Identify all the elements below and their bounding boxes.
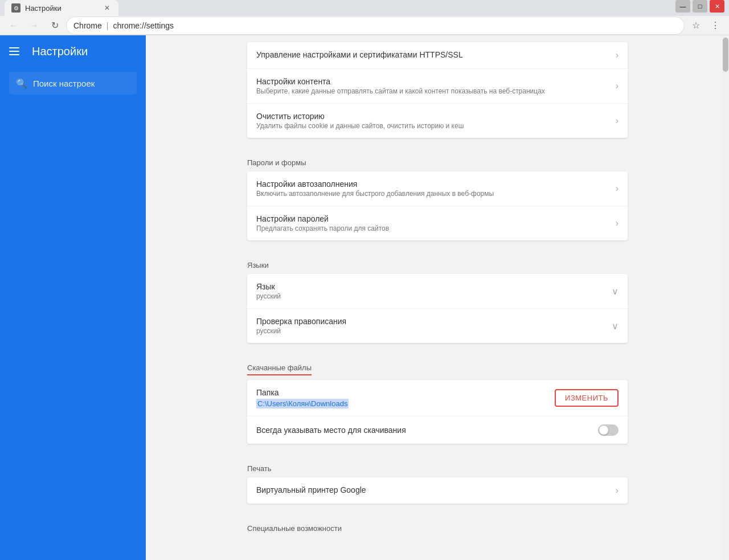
search-icon: 🔍 [16, 78, 27, 89]
hamburger-menu[interactable] [9, 44, 23, 58]
change-folder-button[interactable]: ИЗМЕНИТЬ [555, 389, 619, 407]
browser-toolbar: ← → ↻ Chrome | chrome://settings ☆ ⋮ [0, 16, 729, 35]
content-settings-arrow-icon: › [616, 81, 619, 91]
language-title: Язык [256, 282, 612, 291]
spellcheck-chevron-icon: ∨ [612, 321, 619, 332]
spellcheck-value: русский [256, 327, 612, 335]
address-separator: | [107, 21, 109, 30]
spellcheck-item[interactable]: Проверка правописания русский ∨ [247, 309, 628, 343]
downloads-section-wrapper: Скачанные файлы [247, 352, 628, 375]
scrollbar-track[interactable] [722, 35, 729, 560]
autofill-settings-desc: Включить автозаполнение для быстрого доб… [256, 190, 616, 198]
folder-info: Папка C:\Users\Колян\Downloads [256, 388, 555, 408]
content-area: Управление настройками и сертификатами H… [146, 35, 729, 560]
window-controls: — □ ✕ [675, 0, 724, 13]
clear-history-arrow-icon: › [616, 116, 619, 126]
content-settings-desc: Выберите, какие данные отправлять сайтам… [256, 87, 616, 95]
browser-tab[interactable]: ⚙ Настройки ✕ [5, 0, 118, 16]
settings-content: Управление настройками и сертификатами H… [238, 42, 637, 560]
language-value: русский [256, 292, 612, 300]
refresh-button[interactable]: ↻ [46, 17, 64, 35]
privacy-card: Управление настройками и сертификатами H… [247, 42, 628, 138]
google-printer-title: Виртуальный принтер Google [256, 485, 616, 494]
autofill-settings-content: Настройки автозаполнения Включить автоза… [256, 179, 616, 198]
folder-path: C:\Users\Колян\Downloads [256, 399, 555, 408]
content-settings-title: Настройки контента [256, 77, 616, 86]
always-ask-item: Всегда указывать место для скачивания [247, 416, 628, 444]
search-placeholder: Поиск настроек [33, 79, 95, 88]
tab-favicon: ⚙ [11, 3, 21, 13]
downloads-section-header: Скачанные файлы [247, 352, 312, 375]
search-bar-inner[interactable]: 🔍 Поиск настроек [9, 72, 137, 95]
language-content: Язык русский [256, 282, 612, 300]
browser-content: Настройки 🔍 Поиск настроек Управление на… [0, 35, 729, 560]
content-settings-item[interactable]: Настройки контента Выберите, какие данны… [247, 69, 628, 104]
spellcheck-content: Проверка правописания русский [256, 317, 612, 335]
sidebar-header: Настройки [0, 35, 146, 67]
languages-section-header: Языки [247, 250, 628, 274]
https-settings-item[interactable]: Управление настройками и сертификатами H… [247, 42, 628, 69]
back-button[interactable]: ← [5, 17, 23, 35]
always-ask-toggle[interactable] [598, 424, 619, 436]
address-url: chrome://settings [113, 21, 174, 30]
folder-label: Папка [256, 388, 555, 397]
sidebar: Настройки 🔍 Поиск настроек [0, 35, 146, 560]
languages-card: Язык русский ∨ Проверка правописания рус… [247, 274, 628, 343]
https-settings-content: Управление настройками и сертификатами H… [256, 50, 616, 60]
spellcheck-title: Проверка правописания [256, 317, 612, 326]
password-settings-arrow-icon: › [616, 218, 619, 228]
chrome-label: Chrome [73, 21, 102, 30]
google-printer-content: Виртуальный принтер Google [256, 485, 616, 496]
https-settings-title: Управление настройками и сертификатами H… [256, 50, 616, 59]
printing-section-header: Печать [247, 453, 628, 477]
bookmark-button[interactable]: ☆ [687, 17, 705, 35]
autofill-settings-item[interactable]: Настройки автозаполнения Включить автоза… [247, 171, 628, 206]
accessibility-section-header: Специальные возможности [247, 513, 628, 537]
folder-item: Папка C:\Users\Колян\Downloads ИЗМЕНИТЬ [247, 380, 628, 416]
folder-path-highlight: C:\Users\Колян\Downloads [256, 399, 349, 408]
hamburger-line [9, 47, 19, 48]
menu-button[interactable]: ⋮ [706, 17, 724, 35]
tab-title: Настройки [25, 4, 98, 13]
printing-card: Виртуальный принтер Google › [247, 477, 628, 504]
clear-history-content: Очистить историю Удалить файлы cookie и … [256, 112, 616, 130]
browser-frame: ⚙ Настройки ✕ — □ ✕ ← → ↻ Chrome | chrom… [0, 0, 729, 560]
hamburger-line [9, 54, 19, 55]
google-printer-item[interactable]: Виртуальный принтер Google › [247, 477, 628, 504]
https-settings-arrow-icon: › [616, 50, 619, 60]
language-chevron-icon: ∨ [612, 286, 619, 297]
maximize-button[interactable]: □ [693, 0, 707, 13]
title-bar: ⚙ Настройки ✕ — □ ✕ [0, 0, 729, 16]
clear-history-title: Очистить историю [256, 112, 616, 121]
tab-close-button[interactable]: ✕ [103, 3, 112, 13]
minimize-button[interactable]: — [675, 0, 690, 13]
google-printer-arrow-icon: › [616, 485, 619, 496]
toolbar-right: ☆ ⋮ [687, 17, 724, 35]
downloads-card: Папка C:\Users\Колян\Downloads ИЗМЕНИТЬ … [247, 380, 628, 444]
password-settings-desc: Предлагать сохранять пароли для сайтов [256, 224, 616, 232]
always-ask-label: Всегда указывать место для скачивания [256, 426, 406, 435]
clear-history-item[interactable]: Очистить историю Удалить файлы cookie и … [247, 104, 628, 138]
hamburger-line [9, 51, 19, 52]
password-settings-item[interactable]: Настройки паролей Предлагать сохранять п… [247, 206, 628, 240]
clear-history-desc: Удалить файлы cookie и данные сайтов, оч… [256, 122, 616, 130]
search-bar-container: 🔍 Поиск настроек [0, 67, 146, 99]
autofill-settings-title: Настройки автозаполнения [256, 179, 616, 189]
sidebar-title: Настройки [32, 45, 88, 58]
password-settings-content: Настройки паролей Предлагать сохранять п… [256, 214, 616, 232]
close-button[interactable]: ✕ [710, 0, 724, 13]
passwords-section-header: Пароли и формы [247, 147, 628, 171]
content-settings-content: Настройки контента Выберите, какие данны… [256, 77, 616, 95]
passwords-card: Настройки автозаполнения Включить автоза… [247, 171, 628, 240]
autofill-settings-arrow-icon: › [616, 183, 619, 194]
scrollbar-thumb[interactable] [723, 38, 728, 72]
forward-button[interactable]: → [25, 17, 43, 35]
language-item[interactable]: Язык русский ∨ [247, 274, 628, 309]
address-bar[interactable]: Chrome | chrome://settings [66, 17, 685, 35]
password-settings-title: Настройки паролей [256, 214, 616, 223]
